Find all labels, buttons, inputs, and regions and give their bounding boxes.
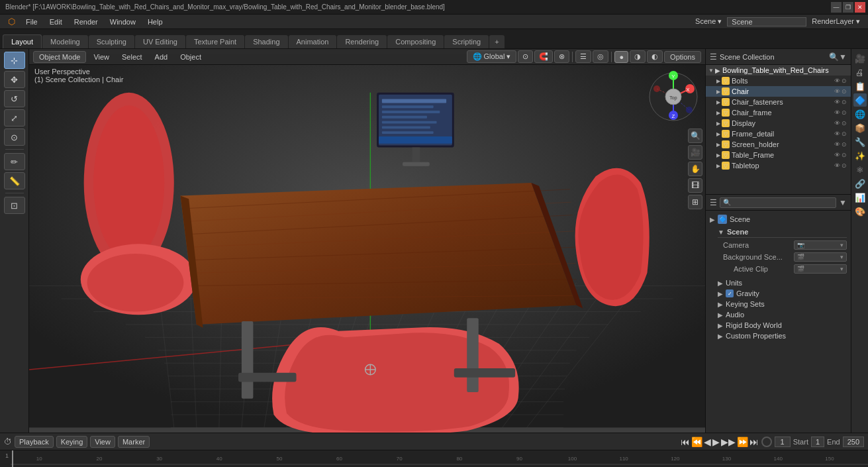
viewport-view-menu[interactable]: View — [88, 52, 115, 62]
keying-btn[interactable]: Keying — [56, 436, 88, 448]
world-props-icon[interactable]: 🌐 — [853, 107, 867, 121]
props-units-section[interactable]: ▶ Units — [710, 278, 847, 288]
tree-item-table-frame[interactable]: ▶ ▽ Table_Frame 👁 ⊙ — [706, 150, 851, 160]
start-value[interactable]: 1 — [811, 437, 824, 447]
play-btn[interactable]: ▶ — [712, 437, 720, 447]
viewport-object-menu[interactable]: Object — [175, 52, 207, 62]
render-layer-selector[interactable]: RenderLayer ▾ — [808, 17, 864, 26]
tab-rendering[interactable]: Rendering — [337, 35, 387, 48]
end-value[interactable]: 250 — [843, 437, 864, 447]
tree-item-chair-fasteners[interactable]: ▶ ▽ Chair_fasteners 👁 ⊙ — [706, 97, 851, 107]
jump-end-btn[interactable]: ⏭ — [749, 437, 759, 447]
render-menu[interactable]: Render — [69, 17, 103, 27]
tab-texture-paint[interactable]: Texture Paint — [186, 35, 244, 48]
tab-compositing[interactable]: Compositing — [387, 35, 444, 48]
tab-add[interactable]: + — [489, 35, 504, 48]
step-fwd-btn[interactable]: ▶▶ — [721, 437, 736, 447]
tab-shading[interactable]: Shading — [245, 35, 287, 48]
viewport-select-menu[interactable]: Select — [117, 52, 148, 62]
file-menu[interactable]: File — [21, 17, 43, 27]
outliner-search[interactable]: 🔍 — [829, 52, 839, 62]
next-keyframe-btn[interactable]: ⏩ — [737, 437, 748, 447]
tab-animation[interactable]: Animation — [289, 35, 337, 48]
scene-selector[interactable]: Scene ▾ — [691, 17, 726, 26]
scene-subsection-header[interactable]: ▼ Scene — [718, 227, 847, 238]
help-menu[interactable]: Help — [142, 17, 168, 27]
output-props-icon[interactable]: 🖨 — [853, 66, 867, 79]
material-view-btn[interactable]: ◑ — [630, 50, 646, 63]
pivot-btn[interactable]: ⊙ — [518, 50, 533, 63]
tree-item-tabletop[interactable]: ▶ ▽ Tabletop 👁 ⊙ — [706, 160, 851, 171]
global-transform-btn[interactable]: 🌐 Global ▾ — [467, 50, 517, 63]
frame-current[interactable]: 1 — [775, 437, 791, 447]
object-props-icon[interactable]: 📦 — [853, 121, 867, 134]
timeline-icon-btn[interactable]: ⏱ — [4, 437, 12, 446]
camera-button[interactable]: 🎥 — [688, 145, 702, 160]
tab-layout[interactable]: Layout — [3, 34, 42, 48]
render-props-icon[interactable]: 🎥 — [853, 52, 867, 65]
camera-value[interactable]: 📷 ▾ — [794, 240, 847, 250]
props-rigid-body-section[interactable]: ▶ Rigid Body World — [710, 320, 847, 331]
bgscene-value[interactable]: 🎬 ▾ — [794, 252, 847, 262]
solid-view-btn[interactable]: ● — [614, 51, 628, 63]
tool-add-cube[interactable]: ⊡ — [4, 197, 25, 214]
props-filter[interactable]: ▼ — [839, 198, 847, 207]
options-btn[interactable]: Options — [664, 51, 701, 63]
tab-scripting[interactable]: Scripting — [444, 35, 489, 48]
tree-item-frame-detail[interactable]: ▶ ▽ Frame_detail 👁 ⊙ — [706, 129, 851, 139]
timeline-view-btn[interactable]: View — [90, 436, 115, 448]
tab-modeling[interactable]: Modeling — [42, 35, 88, 48]
window-menu[interactable]: Window — [105, 17, 141, 27]
step-back-btn[interactable]: ◀ — [704, 437, 711, 447]
material-props-icon[interactable]: 🎨 — [853, 205, 867, 218]
tool-annotate[interactable]: ✏ — [4, 153, 25, 170]
tree-item-screen-holder[interactable]: ▶ ▽ Screen_holder 👁 ⊙ — [706, 139, 851, 150]
minimize-button[interactable]: — — [831, 2, 842, 13]
blender-menu[interactable]: ⬡ — [4, 15, 19, 28]
activeclip-value[interactable]: 🎬 ▾ — [794, 264, 847, 274]
grid-icon-btn[interactable]: ⊞ — [688, 195, 702, 209]
snap-btn[interactable]: 🧲 — [534, 50, 553, 63]
props-custom-section[interactable]: ▶ Custom Properties — [710, 331, 847, 341]
tool-scale[interactable]: ⤢ — [4, 109, 25, 127]
tool-transform[interactable]: ⊙ — [4, 129, 25, 146]
prev-keyframe-btn[interactable]: ⏪ — [691, 437, 702, 447]
props-gravity-section[interactable]: ▶ ✓ Gravity — [710, 288, 847, 299]
outliner-filter[interactable]: ▼ — [839, 52, 847, 62]
constraints-props-icon[interactable]: 🔗 — [853, 177, 867, 190]
tab-uv-editing[interactable]: UV Editing — [135, 35, 185, 48]
overlay-btn[interactable]: ☰ — [575, 50, 591, 63]
particles-props-icon[interactable]: ✨ — [853, 149, 867, 162]
mode-selector[interactable]: Object Mode — [33, 51, 86, 63]
view-layer-props-icon[interactable]: 📋 — [853, 79, 867, 93]
tab-sculpting[interactable]: Sculpting — [89, 35, 134, 48]
edit-menu[interactable]: Edit — [44, 17, 68, 27]
nav-widget-3d[interactable]: X Y Z Top — [647, 70, 700, 123]
props-search[interactable]: 🔍 — [720, 197, 836, 208]
viewport-add-menu[interactable]: Add — [150, 52, 173, 62]
tree-item-chair[interactable]: ▶ ▽ Chair 👁 ⊙ — [706, 86, 851, 97]
tree-item-display[interactable]: ▶ ▽ Display 👁 ⊙ — [706, 118, 851, 129]
render-icon-btn[interactable]: 🎞 — [688, 178, 702, 193]
data-props-icon[interactable]: 📊 — [853, 191, 867, 204]
tree-item-bolts[interactable]: ▶ ▽ Bolts 👁 ⊙ — [706, 76, 851, 86]
tool-move[interactable]: ✥ — [4, 71, 25, 88]
close-button[interactable]: ✕ — [855, 2, 865, 13]
tree-item-root[interactable]: ▼ ▶ Bowling_Table_with_Red_Chairs — [706, 65, 851, 76]
marker-btn[interactable]: Marker — [118, 436, 150, 448]
outliner-icon[interactable]: ☰ — [710, 52, 717, 62]
zoom-button[interactable]: 🔍 — [688, 129, 702, 143]
viewport-3d[interactable]: Object Mode View Select Add Object 🌐 Glo… — [29, 49, 705, 433]
modifier-props-icon[interactable]: 🔧 — [853, 135, 867, 148]
playback-btn[interactable]: Playback — [15, 436, 54, 448]
props-audio-section[interactable]: ▶ Audio — [710, 309, 847, 320]
maximize-button[interactable]: ❐ — [843, 2, 853, 13]
props-keying-section[interactable]: ▶ Keying Sets — [710, 299, 847, 309]
jump-start-btn[interactable]: ⏮ — [681, 437, 690, 447]
scene-props-icon[interactable]: 🔷 — [853, 93, 867, 107]
props-scene-header[interactable]: ▶ 🔷 Scene — [710, 213, 847, 225]
tree-item-chair-frame[interactable]: ▶ ▽ Chair_frame 👁 ⊙ — [706, 107, 851, 118]
tool-cursor[interactable]: ⊹ — [4, 52, 25, 69]
frame-numbers[interactable]: 10 20 30 40 50 60 70 80 90 100 110 120 1… — [11, 450, 868, 467]
props-icon[interactable]: ☰ — [710, 198, 717, 207]
